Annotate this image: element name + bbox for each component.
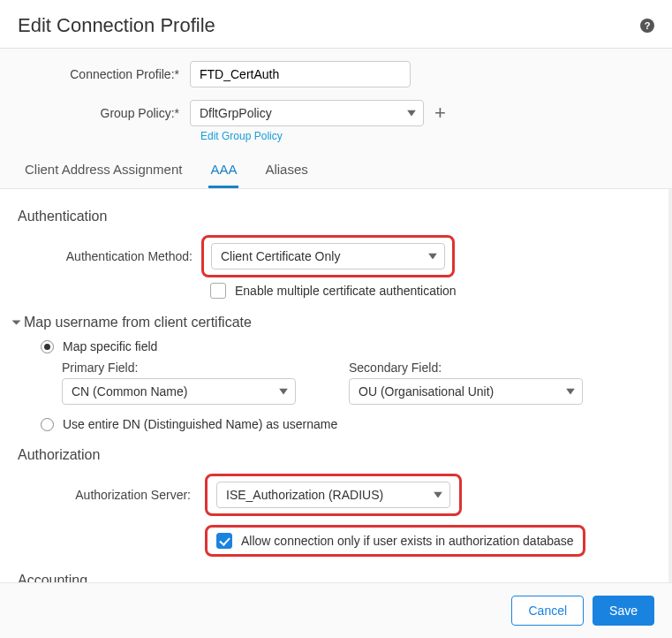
tab-aaa[interactable]: AAA [208,153,238,188]
chevron-down-icon[interactable] [12,321,21,325]
use-dn-radio[interactable] [41,418,54,431]
allow-connection-checkbox[interactable] [216,533,232,549]
enable-multi-cert-label: Enable multiple certificate authenticati… [235,284,457,298]
help-icon[interactable]: ? [640,19,654,33]
authorization-section-title: Authorization [18,447,651,463]
group-policy-value: DfltGrpPolicy [200,106,272,120]
page-title: Edit Connection Profile [18,14,215,37]
group-policy-label: Group Policy:* [18,106,190,120]
auth-method-label: Authentication Method: [18,249,201,263]
primary-field-label: Primary Field: [62,361,296,375]
tab-client-address[interactable]: Client Address Assignment [23,153,184,188]
map-specific-label: Map specific field [63,339,157,353]
auth-method-value: Client Certificate Only [221,249,340,263]
primary-field-select[interactable]: CN (Common Name) [62,378,296,405]
tab-aliases[interactable]: Aliases [263,153,309,188]
edit-group-policy-link[interactable]: Edit Group Policy [200,130,654,142]
connection-profile-label: Connection Profile:* [18,67,190,81]
map-username-title: Map username from client certificate [24,315,252,330]
allow-connection-label: Allow connection only if user exists in … [241,534,574,548]
authz-server-label: Authorization Server: [18,488,200,502]
secondary-field-value: OU (Organisational Unit) [359,384,494,399]
use-dn-label: Use entire DN (Distinguished Name) as us… [63,417,337,431]
authentication-section-title: Authentication [18,209,651,224]
accounting-section-title: Accounting [18,573,651,582]
primary-field-value: CN (Common Name) [72,384,187,399]
add-group-policy-button[interactable]: + [434,103,446,123]
save-button[interactable]: Save [593,596,654,626]
auth-method-select[interactable]: Client Certificate Only [211,243,445,270]
authz-server-value: ISE_Authorization (RADIUS) [226,488,383,502]
authz-server-select[interactable]: ISE_Authorization (RADIUS) [216,482,450,508]
enable-multi-cert-checkbox[interactable] [210,283,226,299]
secondary-field-select[interactable]: OU (Organisational Unit) [349,378,583,405]
map-specific-radio[interactable] [41,340,54,353]
connection-profile-input[interactable] [190,61,411,87]
cancel-button[interactable]: Cancel [511,596,584,626]
secondary-field-label: Secondary Field: [349,361,583,375]
group-policy-select[interactable]: DfltGrpPolicy [190,100,424,126]
